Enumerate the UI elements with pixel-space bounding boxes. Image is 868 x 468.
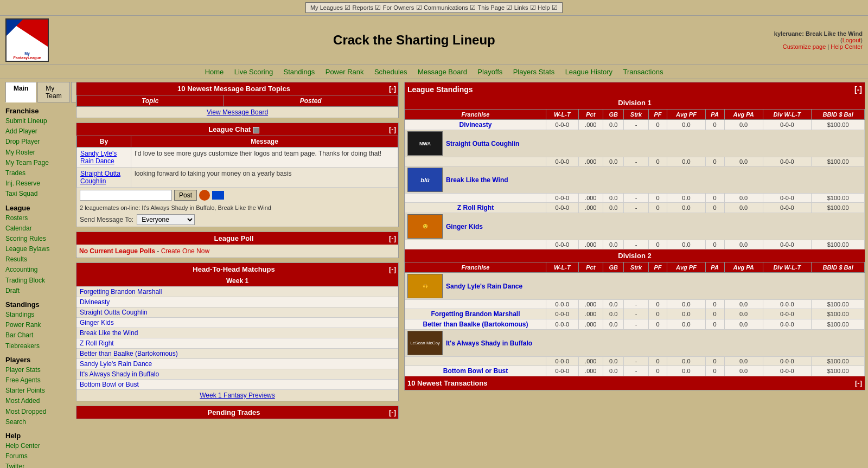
chat-row-1-by-link[interactable]: Sandy Lyle's Rain Dance bbox=[80, 150, 117, 165]
customize-page-link[interactable]: Customize page bbox=[783, 43, 826, 50]
d2-franchise-link-shady[interactable]: It's Always Shady in Buffalo bbox=[446, 339, 532, 347]
matchup-link-9[interactable]: It's Always Shady in Buffalo bbox=[80, 370, 159, 378]
nav-links[interactable]: Links bbox=[514, 4, 528, 11]
th-divwlt-d2: Div W-L-T bbox=[763, 262, 812, 273]
sidebar-help-center[interactable]: Help Center bbox=[5, 441, 71, 451]
sidebar-calendar[interactable]: Calendar bbox=[5, 223, 71, 234]
matchup-link-4[interactable]: Ginger Kids bbox=[80, 319, 114, 326]
nav-my-leagues[interactable]: My Leagues bbox=[310, 4, 343, 11]
sidebar-drop-player[interactable]: Drop Player bbox=[5, 137, 71, 147]
pending-trades-toggle[interactable]: [-] bbox=[389, 408, 396, 416]
sidebar-standings[interactable]: Standings bbox=[5, 310, 71, 320]
nav-transactions[interactable]: Transactions bbox=[623, 68, 663, 76]
d2-franchise-link-bbob[interactable]: Bottom Bowl or Bust bbox=[443, 367, 508, 375]
d2-gb-fbm: 0.0 bbox=[603, 309, 624, 319]
transactions-toggle[interactable]: [-] bbox=[855, 379, 862, 387]
nav-playoffs[interactable]: Playoffs bbox=[477, 68, 502, 76]
th-pa-d1: PA bbox=[705, 110, 724, 120]
d1-franchise-link-blw[interactable]: Break Like the Wind bbox=[446, 176, 508, 184]
nav-reports[interactable]: Reports bbox=[353, 4, 374, 11]
matchup-link-6[interactable]: Z Roll Right bbox=[80, 339, 114, 347]
nav-live-scoring[interactable]: Live Scoring bbox=[234, 68, 273, 76]
matchup-link-10[interactable]: Bottom Bowl or Bust bbox=[80, 381, 139, 388]
sidebar-submit-lineup[interactable]: Submit Lineup bbox=[5, 116, 71, 126]
nav-schedules[interactable]: Schedules bbox=[374, 68, 407, 76]
sidebar-starter-points[interactable]: Starter Points bbox=[5, 386, 71, 396]
d1-avgpa-blw: 0.0 bbox=[724, 194, 763, 203]
d1-pct-divineasty: .000 bbox=[578, 120, 603, 130]
sidebar-bar-chart[interactable]: Bar Chart bbox=[5, 330, 71, 341]
sidebar-search[interactable]: Search bbox=[5, 417, 71, 427]
d1-franchise-link-zroll[interactable]: Z Roll Right bbox=[457, 204, 494, 211]
league-chat-toggle[interactable]: [-] bbox=[389, 125, 396, 133]
logout-link[interactable]: Logout bbox=[843, 37, 861, 43]
sidebar-taxi-squad[interactable]: Taxi Squad bbox=[5, 189, 71, 199]
sidebar-accounting[interactable]: Accounting bbox=[5, 265, 71, 275]
division2-table: Franchise W-L-T Pct GB Strk PF Avg PF PA… bbox=[405, 262, 865, 376]
d2-franchise-link-fbm[interactable]: Forgetting Brandon Marshall bbox=[431, 310, 520, 318]
sidebar-most-added[interactable]: Most Added bbox=[5, 396, 71, 406]
message-board-toggle[interactable]: [-] bbox=[389, 85, 396, 93]
sidebar-scoring-rules[interactable]: Scoring Rules bbox=[5, 234, 71, 244]
head-to-head-toggle[interactable]: [-] bbox=[389, 265, 396, 273]
tab-my-team[interactable]: My Team bbox=[37, 82, 69, 102]
sidebar-free-agents[interactable]: Free Agents bbox=[5, 375, 71, 386]
chat-input-field[interactable] bbox=[80, 190, 172, 201]
nav-home[interactable]: Home bbox=[205, 68, 224, 76]
d2-wlt-fbm: 0-0-0 bbox=[546, 309, 579, 319]
d1-franchise-link-ginger[interactable]: Ginger Kids bbox=[446, 223, 483, 230]
d2-franchise-link-sandy[interactable]: Sandy Lyle's Rain Dance bbox=[446, 283, 522, 290]
d1-img-cell-ginger: 😊 Ginger Kids bbox=[405, 213, 865, 240]
create-poll-link[interactable]: Create One Now bbox=[161, 247, 209, 255]
matchup-link-8[interactable]: Sandy Lyle's Rain Dance bbox=[80, 360, 152, 368]
d1-franchise-link-divineasty[interactable]: Divineasty bbox=[459, 121, 492, 129]
sidebar-league-bylaws[interactable]: League Bylaws bbox=[5, 244, 71, 254]
sidebar-trading-block[interactable]: Trading Block bbox=[5, 275, 71, 286]
sidebar-most-dropped[interactable]: Most Dropped bbox=[5, 407, 71, 417]
help-center-link[interactable]: Help Center bbox=[831, 43, 863, 50]
sidebar-trades[interactable]: Trades bbox=[5, 168, 71, 178]
nav-players-stats[interactable]: Players Stats bbox=[513, 68, 555, 76]
matchup-link-1[interactable]: Forgetting Brandon Marshall bbox=[80, 288, 162, 296]
league-poll-toggle[interactable]: [-] bbox=[389, 234, 396, 242]
d2-franchise-link-btb[interactable]: Better than Baalke (Bartokomous) bbox=[423, 320, 528, 328]
nav-for-owners[interactable]: For Owners bbox=[383, 4, 414, 11]
sidebar-my-roster[interactable]: My Roster bbox=[5, 148, 71, 158]
sidebar-rosters[interactable]: Rosters bbox=[5, 213, 71, 223]
matchup-link-3[interactable]: Straight Outta Coughlin bbox=[80, 309, 148, 316]
nav-power-rank[interactable]: Power Rank bbox=[326, 68, 364, 76]
sidebar-power-rank[interactable]: Power Rank bbox=[5, 320, 71, 330]
sidebar-twitter[interactable]: Twitter bbox=[5, 461, 71, 468]
nav-message-board[interactable]: Message Board bbox=[418, 68, 467, 76]
view-message-board-link[interactable]: View Message Board bbox=[76, 107, 398, 118]
matchup-row-4: Ginger Kids bbox=[76, 318, 398, 328]
chat-col-message: Message bbox=[131, 136, 398, 148]
nav-help[interactable]: Help bbox=[538, 4, 550, 11]
nav-this-page[interactable]: This Page bbox=[478, 4, 505, 11]
standings-toggle[interactable]: [-] bbox=[854, 85, 862, 94]
d2-divwlt-sandy: 0-0-0 bbox=[763, 300, 812, 309]
division2-header: Division 2 bbox=[405, 249, 865, 262]
tab-main[interactable]: Main bbox=[5, 82, 36, 102]
d2-avgpf-fbm: 0.0 bbox=[667, 309, 705, 319]
help-section: Help Help Center Forums Twitter bbox=[5, 432, 71, 468]
d1-franchise-link-coughlin[interactable]: Straight Outta Coughlin bbox=[446, 140, 519, 148]
chat-row-2-by-link[interactable]: Straight Outta Coughlin bbox=[80, 170, 120, 185]
week-preview-link[interactable]: Week 1 Fantasy Previews bbox=[76, 390, 398, 401]
sidebar-forums[interactable]: Forums bbox=[5, 451, 71, 461]
matchup-link-7[interactable]: Better than Baalke (Bartokomous) bbox=[80, 350, 178, 357]
sidebar-my-team-page[interactable]: My Team Page bbox=[5, 158, 71, 168]
matchup-link-5[interactable]: Break Like the Wind bbox=[80, 329, 138, 337]
nav-communications[interactable]: Communications bbox=[424, 4, 468, 11]
sidebar-results[interactable]: Results bbox=[5, 254, 71, 265]
send-to-select[interactable]: Everyone Commissioner Specific Team bbox=[137, 214, 195, 225]
nav-league-history[interactable]: League History bbox=[565, 68, 612, 76]
matchup-link-2[interactable]: Divineasty bbox=[80, 298, 110, 306]
sidebar-player-stats[interactable]: Player Stats bbox=[5, 365, 71, 375]
sidebar-inj-reserve[interactable]: Inj. Reserve bbox=[5, 178, 71, 189]
sidebar-tiebreakers[interactable]: Tiebreakers bbox=[5, 341, 71, 351]
post-button[interactable]: Post bbox=[174, 190, 197, 201]
sidebar-draft[interactable]: Draft bbox=[5, 286, 71, 296]
nav-standings[interactable]: Standings bbox=[284, 68, 315, 76]
sidebar-add-player[interactable]: Add Player bbox=[5, 126, 71, 137]
